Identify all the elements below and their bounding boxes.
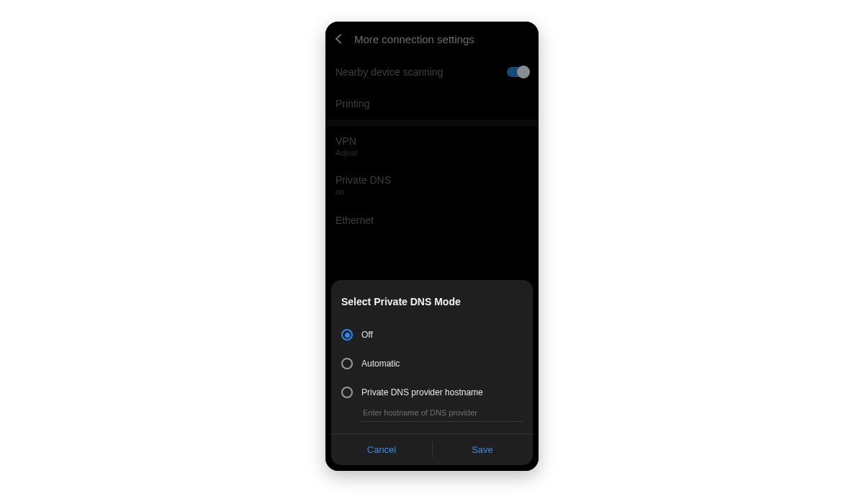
section-divider	[325, 120, 539, 127]
radio-option-automatic[interactable]: Automatic	[341, 349, 523, 378]
cancel-button[interactable]: Cancel	[331, 434, 432, 465]
radio-option-hostname[interactable]: Private DNS provider hostname	[341, 378, 523, 401]
printing-label: Printing	[336, 98, 369, 109]
back-icon[interactable]	[336, 34, 346, 44]
nearby-scanning-label: Nearby device scanning	[336, 66, 443, 78]
hostname-input[interactable]	[361, 404, 523, 422]
header: More connection settings	[336, 22, 528, 56]
phone-frame: More connection settings Nearby device s…	[325, 22, 539, 471]
private-dns-sub: on	[336, 187, 528, 196]
radio-icon	[341, 387, 353, 398]
row-ethernet[interactable]: Ethernet	[336, 204, 528, 236]
radio-icon	[341, 358, 353, 369]
row-private-dns[interactable]: Private DNS on	[336, 166, 528, 204]
radio-label-hostname: Private DNS provider hostname	[361, 387, 483, 397]
row-vpn[interactable]: VPN Adjust	[336, 127, 528, 166]
radio-label-automatic: Automatic	[361, 359, 400, 369]
radio-option-off[interactable]: Off	[341, 320, 523, 349]
vpn-sub: Adjust	[336, 148, 528, 157]
save-button[interactable]: Save	[432, 434, 533, 465]
private-dns-label: Private DNS	[336, 174, 528, 186]
private-dns-dialog: Select Private DNS Mode Off Automatic Pr…	[331, 280, 533, 465]
toggle-nearby-scanning[interactable]	[507, 67, 528, 77]
row-nearby-scanning[interactable]: Nearby device scanning	[336, 56, 528, 88]
dialog-actions: Cancel Save	[331, 433, 533, 465]
dialog-title: Select Private DNS Mode	[341, 296, 523, 307]
ethernet-label: Ethernet	[336, 215, 374, 226]
row-printing[interactable]: Printing	[336, 88, 528, 120]
radio-icon	[341, 329, 353, 341]
page-title: More connection settings	[354, 33, 474, 45]
radio-label-off: Off	[361, 330, 373, 340]
vpn-label: VPN	[336, 135, 528, 147]
